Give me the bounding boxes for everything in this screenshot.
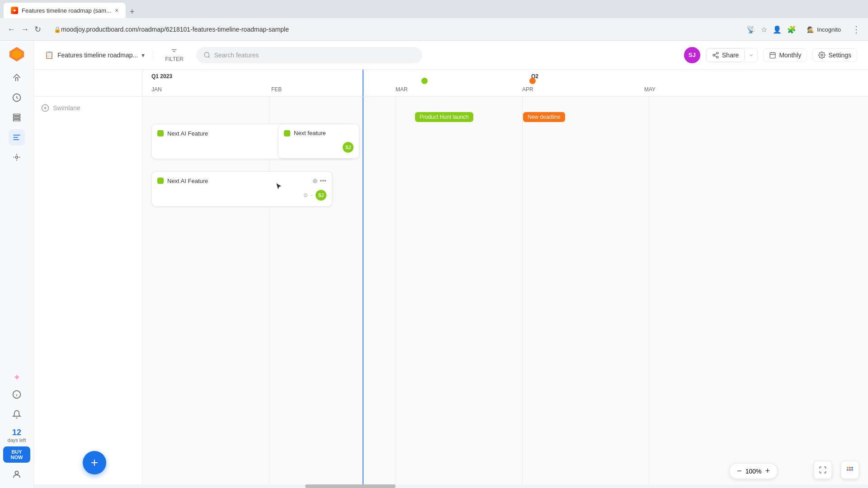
extensions-icon[interactable]: 🧩 [787,25,796,34]
timeline-area: Q1 2023 Q2 JAN FEB MAR APR MAY [34,70,868,488]
svg-rect-4 [14,117,20,118]
timeline-months: Q1 2023 Q2 JAN FEB MAR APR MAY [142,70,868,96]
feature-card-3-title: Next AI Feature [167,178,309,184]
add-icon: + [91,456,98,469]
card-2-avatar: SJ [343,142,354,153]
svg-rect-22 [770,52,775,58]
cast-icon[interactable]: 📡 [746,25,755,34]
url-input[interactable]: 🔒 moodjoy.productboard.com/roadmap/62181… [47,22,363,37]
filter-button[interactable]: FILTER [160,44,189,66]
svg-point-30 [847,467,849,469]
milestone-product-hunt-label: Product Hunt launch [415,112,473,122]
svg-point-11 [15,471,18,474]
breadcrumb-dropdown-icon[interactable]: ▾ [142,52,145,59]
buy-now-button[interactable]: BUY NOW [3,446,30,463]
svg-point-17 [717,52,718,54]
share-label: Share [722,52,739,59]
main-content: 📋 Features timeline roadmap... ▾ FILTER … [34,41,868,488]
feature-card-3-footer: ⊙ - SJ [157,190,326,201]
timeline-content: Product Hunt launch New deadline Next AI… [142,97,868,484]
timeline-label-panel [34,70,142,96]
timeline-header: Q1 2023 Q2 JAN FEB MAR APR MAY [34,70,868,97]
forward-btn[interactable]: → [21,25,29,34]
back-btn[interactable]: ← [7,25,15,34]
active-tab[interactable]: ✦ Features timeline roadmap (sam... × [4,3,126,18]
share-dropdown-btn[interactable] [745,49,757,61]
bookmark-icon[interactable]: ☆ [761,25,767,34]
sidebar-item-notifications[interactable] [9,406,25,422]
sidebar-item-roadmap[interactable] [9,129,25,145]
feature-card-3-actions: ⊕ ••• [312,177,326,184]
svg-line-20 [715,56,717,57]
today-marker-header [363,70,363,96]
sidebar-item-profile[interactable] [9,466,25,483]
address-bar: ← → ↻ 🔒 moodjoy.productboard.com/roadmap… [0,18,868,41]
svg-point-33 [847,469,849,471]
milestone-new-deadline-dot [529,78,536,84]
settings-button[interactable]: Settings [812,48,857,62]
tab-close-btn[interactable]: × [115,7,118,14]
url-text: moodjoy.productboard.com/roadmap/6218101… [61,26,289,33]
user-avatar[interactable]: SJ [684,47,700,63]
sidebar-item-ideas[interactable] [9,89,25,106]
trial-days: 12 [8,428,26,437]
scrollbar-thumb[interactable] [305,484,396,488]
incognito-icon: 🕵 [807,26,814,33]
timeline-body: Swimlane Product H [34,97,868,484]
feature-card-2-dot [284,130,290,136]
feature-card-3[interactable]: Next AI Feature ⊕ ••• ⊙ - SJ [151,171,332,206]
monthly-button[interactable]: Monthly [763,48,807,62]
trial-days-label: days left [8,437,26,443]
monthly-label: Monthly [779,52,801,59]
new-tab-btn[interactable]: + [126,5,138,18]
feature-card-3-header: Next AI Feature ⊕ ••• [157,177,326,184]
menu-btn[interactable]: ⋮ [852,24,861,35]
deadline-icon-3: ⊙ [303,192,308,198]
zoom-out-button[interactable]: − [737,466,742,476]
incognito-btn[interactable]: 🕵 Incognito [802,24,846,35]
sidebar: ✦ 12 days left BUY NOW [0,41,34,488]
feature-card-1-dot [157,130,164,136]
svg-point-32 [851,467,853,469]
card3-more-icon[interactable]: ••• [320,177,326,184]
fullscreen-button[interactable] [814,461,832,479]
card3-add-icon[interactable]: ⊕ [312,177,318,184]
header-right: SJ Share Monthly Settings [684,47,857,63]
grid-button[interactable] [841,461,859,479]
svg-point-35 [851,469,853,471]
feature-card-2[interactable]: Next feature SJ [278,124,359,159]
filter-label: FILTER [165,56,183,62]
zoom-in-button[interactable]: + [765,466,770,476]
svg-line-21 [715,53,717,55]
sparkle-icon: ✦ [13,372,21,383]
app-logo[interactable] [9,46,25,62]
sidebar-bottom: ✦ 12 days left BUY NOW [3,372,30,483]
svg-point-26 [821,54,823,56]
share-button[interactable]: Share [706,48,745,62]
svg-point-31 [849,467,851,469]
refresh-btn[interactable]: ↻ [34,24,41,34]
browser-chrome: ✦ Features timeline roadmap (sam... × + … [0,0,868,41]
search-placeholder: Search features [214,52,259,59]
tab-title: Features timeline roadmap (sam... [22,7,111,14]
add-swimlane-btn[interactable]: Swimlane [41,104,135,112]
sidebar-item-home[interactable] [9,70,25,86]
profile-icon[interactable]: 👤 [773,25,782,34]
milestone-product-hunt-dot [421,78,428,84]
svg-rect-5 [14,119,20,121]
feature-card-3-dot [157,178,164,184]
horizontal-scrollbar[interactable] [34,484,868,488]
month-feb: FEB [271,86,282,93]
add-fab-button[interactable]: + [83,451,106,474]
search-input[interactable]: Search features [196,47,422,63]
svg-line-16 [208,56,210,58]
feature-card-2-title: Next feature [294,130,354,136]
breadcrumb-title: Features timeline roadmap... [57,52,138,59]
sidebar-item-insights[interactable] [9,149,25,165]
sidebar-item-features[interactable] [9,109,25,126]
sidebar-item-help[interactable] [9,386,25,403]
svg-point-19 [717,56,718,58]
tab-favicon: ✦ [11,7,18,14]
svg-point-18 [713,54,715,56]
svg-point-9 [16,156,18,159]
